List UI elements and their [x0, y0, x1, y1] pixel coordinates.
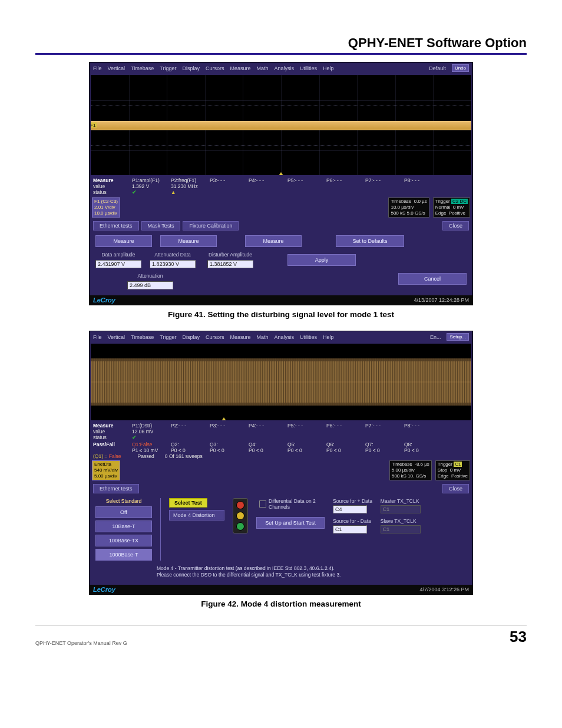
- scope-screenshot-2: File Vertical Timebase Trigger Display C…: [89, 331, 473, 595]
- p8-blank-2: P8:- - -: [404, 423, 438, 440]
- disturber-amplitude-input[interactable]: 1.381852 V: [207, 260, 253, 268]
- figure-42-caption: Figure 42. Mode 4 distortion measurement: [35, 599, 527, 608]
- diff-data-label: Differential Data on 2 Channels: [269, 498, 322, 510]
- tab-close-2[interactable]: Close: [442, 484, 469, 493]
- menu-analysis[interactable]: Analysis: [274, 65, 294, 71]
- measure-title: Measure: [93, 177, 127, 183]
- measure-title-2: Measure: [93, 423, 127, 429]
- menu-vertical[interactable]: Vertical: [108, 65, 125, 71]
- setup-start-test-button[interactable]: Set Up and Start Test: [256, 517, 325, 529]
- source-pos-input[interactable]: C4: [333, 505, 367, 513]
- menu-help[interactable]: Help: [323, 65, 334, 71]
- select-test-value[interactable]: Mode 4 Distortion: [169, 510, 224, 521]
- measure-value-label-2: value: [93, 429, 127, 434]
- std-100base-tx-button[interactable]: 100Base-TX: [95, 535, 152, 546]
- menu-utilities-2[interactable]: Utilities: [300, 334, 317, 340]
- menu-math-2[interactable]: Math: [256, 334, 268, 340]
- menu-timebase[interactable]: Timebase: [131, 65, 154, 71]
- measure-button-2[interactable]: Measure: [160, 235, 217, 247]
- page-number: 53: [510, 628, 527, 646]
- menu-analysis-2[interactable]: Analysis: [274, 334, 294, 340]
- measure-value-label: value: [93, 183, 127, 189]
- timebase-box-2[interactable]: Timebase -8.6 µs 5.00 µs/div 500 kS 10. …: [389, 460, 432, 480]
- channel-box-f1[interactable]: F1 (C2-C3) 2.01 V/div 10.0 µs/div: [92, 197, 120, 218]
- menu-cursors[interactable]: Cursors: [206, 65, 224, 71]
- chan-vdiv-2: 540 mV/div: [94, 467, 118, 473]
- note-line-1: Mode 4 - Transmitter distortion test (as…: [157, 565, 335, 571]
- menu-en[interactable]: En...: [430, 334, 441, 340]
- waveform-trace: [91, 121, 471, 130]
- apply-button[interactable]: Apply: [287, 254, 356, 266]
- p4-blank-2: P4:- - -: [249, 423, 283, 440]
- header-rule: [35, 53, 527, 55]
- tab-mask-tests[interactable]: Mask Tests: [141, 221, 181, 230]
- undo-button[interactable]: Undo: [452, 64, 469, 72]
- menu-trigger[interactable]: Trigger: [160, 65, 176, 71]
- menu-cursors-2[interactable]: Cursors: [206, 334, 224, 340]
- passfail-row: Pass/Fail Q1:False Q2: Q3: Q4: Q5: Q6: Q…: [90, 442, 472, 447]
- chan-name: F1 (C2-C3): [94, 199, 118, 205]
- timebase-delay: 0.0 µs: [414, 199, 427, 204]
- tab-ethernet-tests-2[interactable]: Ethernet tests: [93, 484, 139, 493]
- menu-file[interactable]: File: [93, 65, 102, 71]
- std-off-button[interactable]: Off: [95, 506, 152, 518]
- q1-eq-val: False: [109, 453, 121, 459]
- attenuation-input[interactable]: 2.499 dB: [127, 281, 173, 289]
- menu-trigger-2[interactable]: Trigger: [160, 334, 176, 340]
- menu-measure[interactable]: Measure: [230, 65, 250, 71]
- trigger-mode: Normal: [435, 205, 451, 210]
- trigger-title: Trigger: [435, 199, 450, 204]
- trigger-box[interactable]: Trigger C2 DC Normal 0 mV Edge Positive: [433, 197, 470, 218]
- attenuation-label: Attenuation: [137, 273, 163, 279]
- diff-data-checkbox[interactable]: [259, 500, 266, 508]
- channel-box-enet[interactable]: EnetDta 540 mV/div 5.00 µs/div: [92, 460, 120, 480]
- q2-val: Q2:: [171, 442, 205, 447]
- trigger-tag-2: C1: [454, 462, 462, 467]
- traffic-red-icon: [236, 501, 244, 509]
- timebase-div-2: 5.00 µs/div: [392, 467, 429, 473]
- measure-button-3[interactable]: Measure: [245, 235, 302, 247]
- menu-help-2[interactable]: Help: [323, 334, 334, 340]
- waveform-area-1: F1: [91, 75, 471, 175]
- attenuated-data-input[interactable]: 1.823930 V: [150, 260, 196, 268]
- menu-measure-2[interactable]: Measure: [230, 334, 250, 340]
- menu-display[interactable]: Display: [182, 65, 200, 71]
- menu-utilities[interactable]: Utilities: [300, 65, 317, 71]
- trigger-box-2[interactable]: Trigger C1 Stop 0 mV Edge Positive: [435, 460, 470, 480]
- data-amplitude-input[interactable]: 2.431907 V: [95, 260, 141, 268]
- p0-2: P0 < 0: [171, 447, 205, 453]
- measure-button-1[interactable]: Measure: [95, 235, 152, 247]
- p1-name: P1:ampl(F1): [132, 177, 166, 183]
- menu-file-2[interactable]: File: [93, 334, 102, 340]
- setup-button[interactable]: Setup...: [447, 333, 469, 341]
- source-pos-label: Source for + Data: [333, 498, 372, 504]
- menu-default[interactable]: Default: [429, 65, 446, 71]
- trigger-level: 0 mV: [453, 205, 464, 210]
- menu-math[interactable]: Math: [256, 65, 268, 71]
- warn-icon: ▲: [171, 189, 205, 195]
- tab-close[interactable]: Close: [442, 221, 469, 230]
- std-1000base-t-button[interactable]: 1000Base-T: [95, 549, 152, 561]
- trace-label-f1: F1: [91, 123, 97, 128]
- traffic-green-icon: [236, 522, 244, 531]
- p6-blank: P6:- - -: [326, 177, 361, 195]
- set-to-defaults-button[interactable]: Set to Defaults: [336, 235, 404, 247]
- std-10base-t-button[interactable]: 10Base-T: [95, 521, 152, 532]
- timebase-box[interactable]: Timebase 0.0 µs 10.0 µs/div 500 kS 5.0 G…: [388, 197, 429, 218]
- menu-display-2[interactable]: Display: [182, 334, 200, 340]
- p3-blank-2: P3:- - -: [210, 423, 244, 440]
- timestamp: 4/13/2007 12:24:28 PM: [414, 297, 469, 303]
- cancel-button[interactable]: Cancel: [398, 273, 467, 285]
- menu-vertical-2[interactable]: Vertical: [108, 334, 125, 340]
- p2-name: P2:freq(F1): [171, 177, 205, 183]
- menu-timebase-2[interactable]: Timebase: [131, 334, 154, 340]
- select-test-button[interactable]: Select Test: [169, 498, 207, 508]
- tab-fixture-calibration[interactable]: Fixture Calibration: [183, 221, 239, 230]
- tab-ethernet-tests[interactable]: Ethernet tests: [93, 221, 139, 230]
- master-tclk-input: C1: [381, 505, 421, 513]
- slave-tclk-label: Slave TX_TCLK: [381, 518, 416, 524]
- trigger-mode-2: Stop: [438, 467, 447, 473]
- trigger-slope: Positive: [449, 210, 465, 216]
- source-neg-input[interactable]: C1: [333, 525, 367, 533]
- divider: [160, 498, 161, 561]
